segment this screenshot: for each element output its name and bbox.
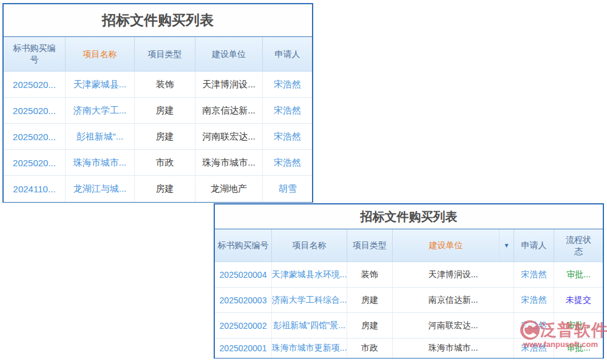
cell-purchase-id[interactable]: 2024110... [4,176,66,202]
column-header-project-name[interactable]: 项目名称 [66,37,135,71]
cell-project-name[interactable]: 济南大学工... [66,98,135,123]
cell-construction-unit: 珠海市城市... [393,339,514,358]
cell-construction-unit: 天津博润设... [195,72,263,97]
cell-applicant[interactable]: 宋浩然 [263,98,312,123]
page: 招标文件购买列表 标书购买编号 项目名称 项目类型 建设单位 申请人 20250… [0,0,607,364]
column-header-project-type[interactable]: 项目类型 [347,229,393,261]
cell-purchase-id[interactable]: 2025020002 [215,313,272,338]
cell-flow-status[interactable]: 审批... [554,313,603,338]
cell-applicant[interactable]: 宋浩然 [514,339,554,358]
bid-purchase-list-table-1: 招标文件购买列表 标书购买编号 项目名称 项目类型 建设单位 申请人 20250… [2,3,313,203]
cell-flow-status[interactable]: 审批... [554,339,603,358]
cell-project-type: 房建 [135,98,195,123]
table-row: 2025020001 珠海市城市更新项... 市政 珠海市城市... 宋浩然 审… [215,339,603,358]
cell-project-name[interactable]: 天津蒙城县水环境... [272,262,347,287]
column-header-purchase-id[interactable]: 标书购买编号 [215,229,272,261]
table-row: 2025020003 济南大学工科综合... 房建 南京信达新... 宋浩然 未… [215,288,603,313]
column-header-flow-status[interactable]: 流程状态 [554,229,603,261]
cell-project-type: 房建 [347,288,393,312]
column-header-project-name[interactable]: 项目名称 [272,229,347,261]
cell-construction-unit: 南京信达新... [195,98,263,123]
cell-construction-unit: 天津博润设... [393,262,514,287]
table-row: 2025020002 彭祖新城“四馆”景... 房建 河南联宏达... 宋浩然 … [215,313,603,339]
cell-project-type: 装饰 [347,262,393,287]
cell-applicant[interactable]: 宋浩然 [514,313,554,338]
column-header-construction-unit[interactable]: 建设单位 ▼ [393,229,514,261]
cell-purchase-id[interactable]: 2025020003 [215,288,272,312]
cell-project-name[interactable]: 天津蒙城县... [66,72,135,97]
cell-project-type: 市政 [135,150,195,175]
table-row: 2025020... 济南大学工... 房建 南京信达新... 宋浩然 [4,98,312,124]
cell-project-type: 装饰 [135,72,195,97]
table-title: 招标文件购买列表 [215,204,603,229]
bid-purchase-list-table-2: 招标文件购买列表 标书购买编号 项目名称 项目类型 建设单位 ▼ 申请人 流程状… [214,203,604,359]
cell-purchase-id[interactable]: 2025020... [4,72,66,97]
cell-purchase-id[interactable]: 2025020004 [215,262,272,287]
filter-dropdown-button[interactable]: ▼ [499,229,514,261]
cell-applicant[interactable]: 宋浩然 [514,288,554,312]
cell-flow-status[interactable]: 未提交 [554,288,603,312]
cell-project-type: 市政 [347,339,393,358]
cell-purchase-id[interactable]: 2025020... [4,98,66,123]
cell-project-name[interactable]: 珠海市城市更新项... [272,339,347,358]
cell-project-name[interactable]: 彭祖新城“... [66,124,135,149]
column-header-project-type[interactable]: 项目类型 [135,37,195,71]
cell-applicant[interactable]: 宋浩然 [514,262,554,287]
cell-project-type: 房建 [135,176,195,202]
cell-project-type: 房建 [135,124,195,149]
cell-purchase-id[interactable]: 2025020... [4,150,66,175]
cell-construction-unit: 河南联宏达... [195,124,263,149]
column-header-purchase-id[interactable]: 标书购买编号 [4,37,66,71]
table-row: 2024110... 龙湖江与城... 房建 龙湖地产 胡雪 [4,176,312,202]
cell-project-type: 房建 [347,313,393,338]
table-row: 2025020004 天津蒙城县水环境... 装饰 天津博润设... 宋浩然 审… [215,262,603,288]
cell-purchase-id[interactable]: 2025020... [4,124,66,149]
cell-construction-unit: 南京信达新... [393,288,514,312]
cell-purchase-id[interactable]: 2025020001 [215,339,272,358]
cell-applicant[interactable]: 胡雪 [263,176,312,202]
table-row: 2025020... 天津蒙城县... 装饰 天津博润设... 宋浩然 [4,72,312,98]
cell-applicant[interactable]: 宋浩然 [263,124,312,149]
cell-construction-unit: 河南联宏达... [393,313,514,338]
table-title: 招标文件购买列表 [4,4,312,37]
cell-construction-unit: 珠海市城市... [195,150,263,175]
cell-project-name[interactable]: 珠海市城市... [66,150,135,175]
column-header-applicant[interactable]: 申请人 [514,229,554,261]
column-header-label: 建设单位 [393,229,499,261]
cell-applicant[interactable]: 宋浩然 [263,150,312,175]
cell-construction-unit: 龙湖地产 [195,176,263,202]
chevron-down-icon: ▼ [504,243,510,249]
cell-project-name[interactable]: 龙湖江与城... [66,176,135,202]
cell-applicant[interactable]: 宋浩然 [263,72,312,97]
table-header-row: 标书购买编号 项目名称 项目类型 建设单位 申请人 [4,37,312,72]
column-header-construction-unit[interactable]: 建设单位 [195,37,263,71]
cell-flow-status[interactable]: 审批... [554,262,603,287]
cell-project-name[interactable]: 彭祖新城“四馆”景... [272,313,347,338]
column-header-applicant[interactable]: 申请人 [263,37,312,71]
table-row: 2025020... 珠海市城市... 市政 珠海市城市... 宋浩然 [4,150,312,176]
table-row: 2025020... 彭祖新城“... 房建 河南联宏达... 宋浩然 [4,124,312,150]
table-header-row: 标书购买编号 项目名称 项目类型 建设单位 ▼ 申请人 流程状态 [215,229,603,262]
cell-project-name[interactable]: 济南大学工科综合... [272,288,347,312]
